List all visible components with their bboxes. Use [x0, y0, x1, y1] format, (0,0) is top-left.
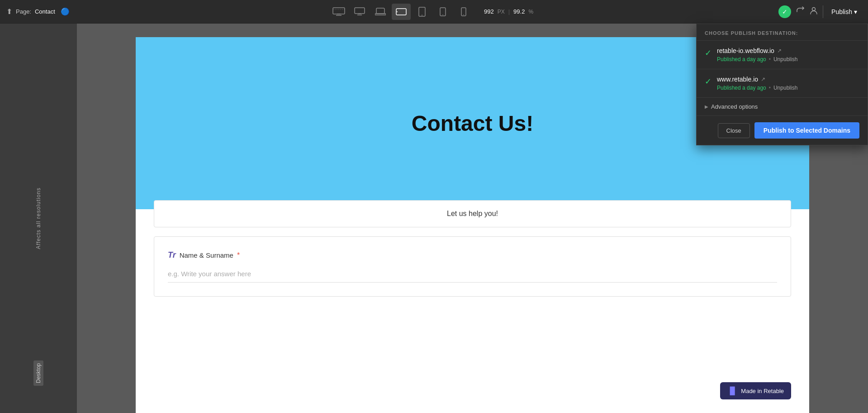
svg-point-13	[422, 14, 422, 15]
domain-1-info: retable-io.webflow.io ↗ Published a day …	[717, 47, 859, 62]
domain-2-status-row: Published a day ago • Unpublish	[717, 85, 859, 91]
publish-button-area[interactable]: Publish ▾	[823, 5, 862, 18]
domain-1-published: Published a day ago	[717, 56, 766, 62]
badge-text: Made in Retable	[741, 388, 784, 394]
domain-2-name-row: www.retable.io ↗	[717, 76, 859, 83]
domain-1-unpublish[interactable]: Unpublish	[773, 56, 797, 62]
page-label: Page:	[16, 8, 31, 15]
svg-point-17	[463, 14, 464, 15]
zoom-unit: %	[528, 9, 533, 15]
retable-badge: ▐▌ Made in Retable	[720, 382, 791, 399]
svg-rect-10	[396, 9, 406, 15]
svg-rect-9	[375, 14, 386, 15]
tt-icon: Tr	[168, 250, 176, 260]
form-field-label: Tr Name & Surname *	[168, 250, 777, 260]
svg-rect-0	[333, 8, 345, 14]
svg-rect-8	[376, 8, 384, 14]
size-px-value: 992	[484, 8, 494, 15]
domain-1-name-row: retable-io.webflow.io ↗	[717, 47, 859, 54]
topbar-center: 992 PX | 99.2 %	[90, 4, 772, 20]
domain-item-2: ✓ www.retable.io ↗ Published a day ago •…	[697, 69, 868, 98]
person-icon[interactable]	[809, 6, 818, 17]
device-btn-desktop[interactable]	[350, 4, 369, 20]
dropdown-header: CHOOSE PUBLISH DESTINATION:	[697, 24, 868, 41]
dropdown-footer: Close Publish to Selected Domains	[697, 116, 868, 145]
required-star: *	[237, 251, 240, 259]
device-btn-mobile[interactable]	[454, 4, 473, 20]
form-section: Tr Name & Surname * e.g. Write your answ…	[154, 236, 791, 297]
external-link-icon-2[interactable]: ↗	[761, 76, 765, 82]
advanced-options-row[interactable]: ▶ Advanced options	[697, 98, 868, 116]
domain-1-check[interactable]: ✓	[705, 48, 711, 58]
domain-1-status-row: Published a day ago • Unpublish	[717, 56, 859, 62]
affects-label: Affects all resolutions	[35, 187, 42, 249]
topbar: ⬆ Page: Contact 🔵 992 PX | 99.2	[0, 0, 868, 24]
upload-icon[interactable]: ⬆	[6, 7, 12, 16]
domain-2-check[interactable]: ✓	[705, 77, 711, 86]
contact-title: Contact Us!	[412, 111, 533, 136]
svg-point-15	[442, 14, 443, 15]
device-btn-laptop[interactable]	[371, 4, 390, 20]
dot-sep-1: •	[769, 56, 771, 62]
eye-icon[interactable]: 🔵	[61, 7, 70, 16]
status-check-icon: ✓	[778, 5, 791, 18]
topbar-left: ⬆ Page: Contact 🔵	[0, 7, 90, 16]
size-display: 992 PX | 99.2 %	[484, 8, 533, 15]
left-sidebar: Affects all resolutions Desktop	[0, 24, 77, 413]
domain-2-unpublish[interactable]: Unpublish	[773, 85, 797, 91]
help-text: Let us help you!	[447, 210, 498, 217]
svg-point-18	[812, 8, 816, 11]
zoom-value: 99.2	[513, 8, 525, 15]
domain-item-1: ✓ retable-io.webflow.io ↗ Published a da…	[697, 41, 868, 69]
form-input-placeholder[interactable]: e.g. Write your answer here	[168, 265, 777, 283]
triangle-icon: ▶	[705, 104, 708, 109]
device-btn-tablet[interactable]	[413, 4, 432, 20]
share-icon[interactable]	[796, 6, 805, 17]
publish-dropdown: CHOOSE PUBLISH DESTINATION: ✓ retable-io…	[696, 24, 868, 145]
external-link-icon-1[interactable]: ↗	[777, 48, 782, 54]
svg-point-11	[397, 11, 398, 12]
topbar-right: ✓ Publish ▾	[772, 5, 868, 18]
domain-1-name: retable-io.webflow.io	[717, 47, 774, 54]
device-btn-tablet-landscape[interactable]	[392, 4, 411, 20]
size-px-unit: PX	[498, 9, 505, 15]
domain-2-published: Published a day ago	[717, 85, 766, 91]
help-section: Let us help you!	[154, 200, 791, 227]
advanced-label: Advanced options	[711, 103, 758, 110]
svg-rect-5	[355, 8, 365, 14]
field-name: Name & Surname	[180, 251, 233, 259]
device-btn-desktop-wide[interactable]	[329, 4, 348, 20]
device-btn-tablet-small[interactable]	[433, 4, 452, 20]
close-button[interactable]: Close	[718, 123, 750, 138]
domain-2-name: www.retable.io	[717, 76, 758, 83]
desktop-label: Desktop	[33, 360, 43, 386]
page-name: Contact	[35, 8, 55, 15]
retable-logo-icon: ▐▌	[727, 387, 738, 395]
domain-2-info: www.retable.io ↗ Published a day ago • U…	[717, 76, 859, 91]
publish-selected-button[interactable]: Publish to Selected Domains	[754, 122, 859, 139]
publish-button[interactable]: Publish ▾	[827, 5, 862, 18]
dot-sep-2: •	[769, 85, 771, 91]
